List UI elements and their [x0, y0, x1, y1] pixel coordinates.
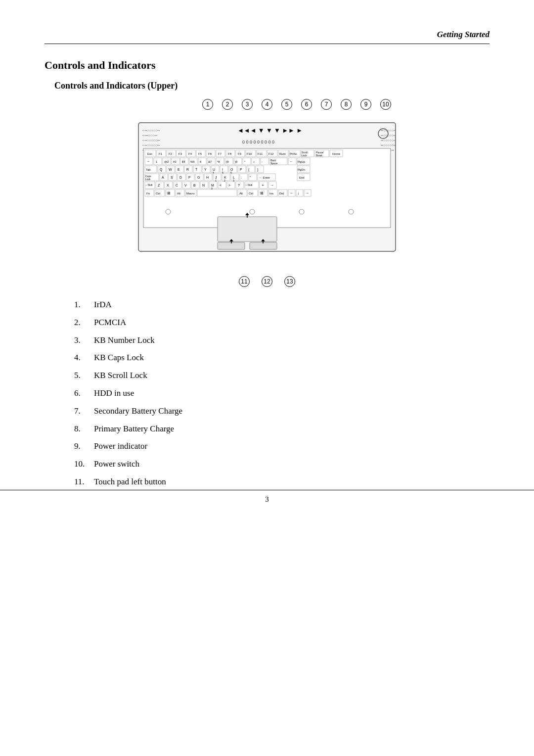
svg-text:X: X — [167, 184, 169, 187]
svg-text:F4: F4 — [188, 152, 192, 155]
num-1: 1 — [202, 99, 213, 110]
item-num-1: 1. — [74, 299, 94, 311]
item-num-8: 8. — [74, 423, 94, 435]
svg-text:Z: Z — [158, 184, 160, 187]
svg-text:Break: Break — [316, 154, 323, 157]
item-num-7: 7. — [74, 405, 94, 417]
svg-text:T: T — [195, 168, 198, 171]
svg-text:F10: F10 — [247, 152, 252, 155]
svg-text:B: B — [193, 184, 196, 187]
svg-text:Ctrl: Ctrl — [156, 192, 160, 195]
svg-text:K: K — [224, 176, 226, 179]
svg-text:G: G — [197, 176, 200, 179]
svg-rect-190 — [197, 189, 237, 196]
svg-text:Lock: Lock — [145, 178, 151, 181]
page-number: 3 — [265, 495, 269, 503]
item-label-6: HDD in use — [94, 387, 134, 399]
svg-text:F3: F3 — [178, 152, 182, 155]
item-label-10: Power switch — [94, 458, 139, 470]
svg-text:• ••○○○○○••: • ••○○○○○•• — [142, 139, 160, 142]
svg-text:#3: #3 — [173, 160, 177, 163]
svg-text:P: P — [240, 168, 242, 171]
svg-text:End: End — [299, 176, 305, 179]
svg-text:S: S — [171, 176, 173, 179]
section-title: Controls and Indicators — [44, 59, 490, 72]
svg-text:PgUp: PgUp — [298, 160, 306, 163]
svg-text:PrtSc: PrtSc — [290, 152, 297, 155]
svg-text:J: J — [215, 176, 217, 179]
item-label-4: KB Caps Lock — [94, 352, 144, 364]
svg-text:Del: Del — [279, 192, 284, 195]
svg-text:F7: F7 — [218, 152, 222, 155]
svg-text:D: D — [179, 176, 182, 179]
item-num-11: 11. — [74, 476, 94, 488]
list-item: 3. KB Number Lock — [74, 334, 490, 346]
svg-rect-105 — [220, 166, 228, 173]
svg-text:Num: Num — [279, 152, 286, 155]
svg-text:Fn: Fn — [146, 192, 150, 195]
subsection-title: Controls and Indicators (Upper) — [54, 81, 490, 91]
svg-text:Ctrl: Ctrl — [249, 192, 253, 195]
laptop-diagram: • ••○○○○○•• • •••○○○•• • ••○○○○○•• • ••○… — [109, 113, 425, 271]
svg-text:?: ? — [238, 184, 240, 187]
item-num-9: 9. — [74, 440, 94, 452]
svg-text:••○○○○○••: ••○○○○○•• — [381, 134, 396, 138]
list-item: 10. Power switch — [74, 458, 490, 470]
item-num-10: 10. — [74, 458, 94, 470]
num-3: 3 — [242, 99, 253, 110]
svg-text:@2: @2 — [164, 160, 169, 163]
list-item: 8. Primary Battery Charge — [74, 423, 490, 435]
svg-text:• ••○○○○○••: • ••○○○○○•• — [142, 143, 160, 147]
svg-rect-140 — [231, 174, 239, 181]
item-label-9: Power indicator — [94, 440, 147, 452]
svg-text:*8: *8 — [217, 160, 220, 163]
svg-text:⊞: ⊞ — [260, 191, 264, 195]
item-num-3: 3. — [74, 334, 94, 346]
svg-text:H: H — [206, 176, 209, 179]
item-num-4: 4. — [74, 352, 94, 364]
svg-text:A: A — [162, 176, 164, 179]
num-7: 7 — [321, 99, 332, 110]
list-item: 9. Power indicator — [74, 440, 490, 452]
svg-text:○ Shift: ○ Shift — [145, 184, 153, 187]
num-4: 4 — [262, 99, 272, 110]
svg-text:• ••○○○○○••: • ••○○○○○•• — [142, 129, 160, 133]
svg-rect-215 — [250, 242, 277, 249]
svg-text:N: N — [202, 184, 205, 187]
svg-text:M: M — [211, 184, 214, 187]
svg-text:Ins: Ins — [269, 192, 273, 195]
list-item: 6. HDD in use — [74, 387, 490, 399]
svg-rect-214 — [218, 242, 245, 249]
svg-text:$4: $4 — [182, 160, 185, 163]
svg-text:<: < — [220, 184, 222, 187]
svg-text:Alt: Alt — [239, 192, 243, 195]
item-label-11: Touch pad left button — [94, 476, 166, 488]
svg-text:%5: %5 — [190, 160, 195, 163]
svg-text:0 0 0 0 0 0 0 0 0: 0 0 0 0 0 0 0 0 0 — [242, 140, 274, 144]
svg-text:F6: F6 — [208, 152, 212, 155]
svg-rect-134 — [213, 174, 221, 181]
svg-text:⊞: ⊞ — [167, 191, 171, 195]
svg-text:R: R — [186, 168, 189, 171]
svg-text:→: → — [270, 183, 274, 188]
svg-text:F8: F8 — [228, 152, 232, 155]
num-12: 12 — [262, 276, 272, 287]
svg-text:)0: )0 — [235, 160, 238, 163]
svg-text:(9: (9 — [226, 160, 229, 163]
page-header: Getting Started — [44, 30, 490, 44]
num-9: 9 — [360, 99, 371, 110]
svg-rect-55 — [154, 158, 162, 165]
svg-text:+: + — [262, 183, 264, 188]
svg-text:V: V — [184, 184, 187, 187]
item-num-6: 6. — [74, 387, 94, 399]
svg-text:>: > — [228, 184, 230, 187]
svg-text:Y: Y — [204, 168, 207, 171]
svg-text:U: U — [213, 168, 215, 171]
svg-text:←: ← — [290, 191, 294, 195]
svg-text:Q: Q — [160, 168, 163, 172]
svg-text:← Enter: ← Enter — [259, 176, 270, 179]
list-item: 5. KB Scroll Lock — [74, 370, 490, 381]
list-item: 4. KB Caps Lock — [74, 352, 490, 364]
item-label-1: IrDA — [94, 299, 112, 311]
svg-text:Lock: Lock — [302, 154, 307, 157]
